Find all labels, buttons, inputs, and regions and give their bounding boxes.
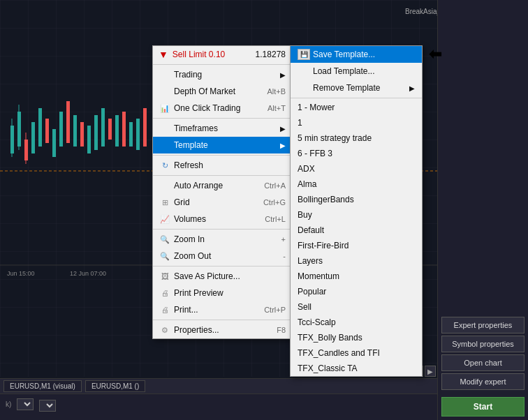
trading-icon: [159, 69, 171, 80]
printpreview-icon: 🖨: [159, 287, 171, 299]
tab-eurusd-visual[interactable]: EURUSD,M1 (visual): [3, 380, 82, 392]
load-template-item[interactable]: Load Template...: [291, 63, 422, 80]
template-momentum[interactable]: Momentum: [291, 269, 422, 284]
template-5min[interactable]: 5 min strategy trade: [291, 130, 422, 146]
menu-item-print[interactable]: 🖨 Print... Ctrl+P: [153, 301, 291, 318]
template-adx[interactable]: ADX: [291, 161, 422, 177]
autoarrange-shortcut: Ctrl+A: [264, 181, 286, 190]
remove-template-icon: [298, 82, 310, 93]
svg-rect-16: [59, 112, 63, 147]
template-tfxclassic[interactable]: TFX_Classic TA: [291, 361, 422, 376]
submenu-sep1: [291, 98, 422, 98]
svg-rect-24: [115, 115, 119, 147]
svg-rect-26: [129, 122, 133, 147]
remove-template-label: Remove Template: [313, 83, 381, 93]
expert-properties-button[interactable]: Expert properties: [441, 317, 525, 333]
tab-eurusd[interactable]: EURUSD,M1 (): [85, 380, 145, 392]
start-button[interactable]: Start: [441, 397, 525, 417]
oneclick-shortcut: Alt+T: [267, 104, 286, 112]
menu-item-printpreview[interactable]: 🖨 Print Preview: [153, 285, 291, 301]
template-tfxbolly[interactable]: TFX_Bolly Bands: [291, 330, 422, 345]
svg-rect-21: [94, 115, 98, 150]
template-layers[interactable]: Layers: [291, 253, 422, 269]
depth-label: Depth Of Market: [174, 87, 235, 96]
timeframes-icon: [159, 123, 171, 134]
save-template-label: Save Template...: [313, 50, 375, 59]
template-bollinger[interactable]: BollingerBands: [291, 192, 422, 207]
zoomin-label: Zoom In: [174, 234, 205, 244]
menu-item-properties[interactable]: ⚙ Properties... F8: [153, 322, 291, 338]
template-tfxbolly-label: TFX_Bolly Bands: [298, 333, 362, 343]
template-sell-label: Sell: [298, 302, 311, 312]
template-sell[interactable]: Sell: [291, 299, 422, 315]
bottom-bar: EURUSD,M1 (visual) EURUSD,M1 () k): [0, 378, 437, 420]
template-default[interactable]: Default: [291, 223, 422, 238]
load-template-icon: [298, 66, 310, 77]
autoarrange-label: Auto Arrange: [174, 181, 223, 190]
tabs-row: EURUSD,M1 (visual) EURUSD,M1 (): [0, 379, 437, 394]
symbol-properties-button[interactable]: Symbol properties: [441, 336, 525, 352]
template-tfxclassic-label: TFX_Classic TA: [298, 363, 358, 373]
menu-item-zoomin[interactable]: 🔍 Zoom In +: [153, 231, 291, 248]
svg-rect-15: [52, 129, 56, 157]
oneclick-label: One Click Trading: [174, 103, 240, 113]
print-label: Print...: [174, 305, 198, 315]
template-1[interactable]: 1: [291, 115, 422, 130]
menu-item-grid[interactable]: ⊞ Grid Ctrl+G: [153, 194, 291, 211]
zoomin-shortcut: +: [281, 235, 286, 243]
properties-label: Properties...: [174, 325, 219, 335]
depth-icon: [159, 86, 171, 97]
right-panel: Expert properties Symbol properties Open…: [437, 0, 528, 420]
template-6ffb3-label: 6 - FFB 3: [298, 149, 332, 158]
zoomout-shortcut: -: [283, 252, 286, 260]
menu-item-depth[interactable]: Depth Of Market Alt+B: [153, 83, 291, 100]
bottom-select-1[interactable]: [17, 398, 34, 410]
menu-item-oneclick[interactable]: 📊 One Click Trading Alt+T: [153, 100, 291, 117]
save-template-item[interactable]: 💾 Save Template... ⬅: [291, 46, 422, 63]
trading-arrow: ▶: [280, 71, 286, 79]
template-6ffb3[interactable]: 6 - FFB 3: [291, 146, 422, 161]
remove-template-item[interactable]: Remove Template ▶: [291, 80, 422, 96]
grid-label: Grid: [174, 197, 190, 207]
timeframes-arrow: ▶: [280, 125, 286, 133]
menu-item-template[interactable]: Template ▶: [153, 137, 291, 153]
template-tcci[interactable]: Tcci-Scalp: [291, 315, 422, 330]
zoomout-label: Zoom Out: [174, 251, 211, 261]
menu-item-savepic[interactable]: 🖼 Save As Picture...: [153, 268, 291, 285]
menu-item-refresh[interactable]: ↻ Refresh: [153, 157, 291, 174]
bottom-k-label: k): [6, 400, 11, 408]
savepic-label: Save As Picture...: [174, 271, 240, 281]
sell-limit-item[interactable]: ▼ Sell Limit 0.10 1.18278: [153, 46, 291, 63]
template-popular-label: Popular: [298, 287, 326, 297]
svg-rect-13: [38, 108, 42, 147]
bottom-select-2[interactable]: [39, 400, 56, 412]
template-tcci-label: Tcci-Scalp: [298, 317, 336, 327]
zoomin-icon: 🔍: [159, 234, 171, 245]
svg-rect-27: [136, 119, 140, 150]
save-template-icon: 💾: [298, 49, 310, 60]
depth-shortcut: Alt+B: [267, 87, 286, 96]
nav-right-arrow[interactable]: ▶: [425, 366, 436, 377]
template-firstfirebird[interactable]: First-Fire-Bird: [291, 238, 422, 253]
svg-rect-18: [73, 115, 77, 147]
modify-expert-button[interactable]: Modify expert: [441, 373, 525, 390]
timeframes-label: Timeframes: [174, 123, 218, 133]
menu-item-timeframes[interactable]: Timeframes ▶: [153, 120, 291, 137]
template-buy[interactable]: Buy: [291, 207, 422, 223]
menu-item-zoomout[interactable]: 🔍 Zoom Out -: [153, 248, 291, 264]
template-tfxcandles[interactable]: TFX_Candles and TFI: [291, 345, 422, 361]
svg-rect-14: [45, 119, 49, 143]
menu-item-volumes[interactable]: 📈 Volumes Ctrl+L: [153, 211, 291, 227]
menu-item-trading[interactable]: Trading ▶: [153, 66, 291, 83]
template-1mower[interactable]: 1 - Mower: [291, 100, 422, 115]
template-alma[interactable]: Alma: [291, 177, 422, 192]
grid-shortcut: Ctrl+G: [263, 198, 286, 207]
sep5: [153, 266, 291, 267]
svg-rect-23: [108, 119, 112, 140]
template-popular[interactable]: Popular: [291, 284, 422, 299]
open-chart-button[interactable]: Open chart: [441, 354, 525, 371]
volumes-label: Volumes: [174, 214, 206, 224]
svg-rect-19: [80, 122, 84, 147]
template-arrow: ▶: [280, 142, 286, 149]
menu-item-autoarrange[interactable]: Auto Arrange Ctrl+A: [153, 177, 291, 194]
